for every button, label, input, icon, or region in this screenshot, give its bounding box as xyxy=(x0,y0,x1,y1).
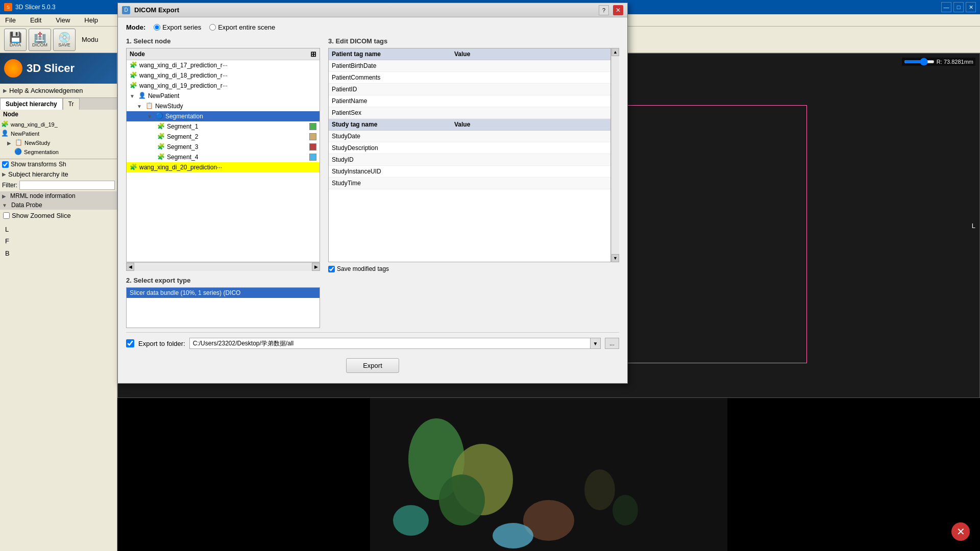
mode-export-series-radio[interactable] xyxy=(154,24,160,31)
tag-row-studydate[interactable]: StudyDate xyxy=(329,131,610,142)
mode-export-series[interactable]: Export series xyxy=(154,23,201,31)
tag-patientsex-name: PatientSex xyxy=(332,109,454,116)
tag-studydate-value xyxy=(454,133,607,140)
tag-studydesc-name: StudyDescription xyxy=(332,144,454,152)
tree-item-wang20[interactable]: 🧩 wang_xing_di_20_prediction··· xyxy=(127,162,320,172)
folder-label: Export to folder: xyxy=(138,340,185,347)
seg1-icon: 🧩 xyxy=(157,122,165,131)
tag-row-studyinstanceuid[interactable]: StudyInstanceUID xyxy=(329,166,610,178)
segmentation-tree-icon: 🔵 xyxy=(156,112,164,120)
tag-comments-value xyxy=(454,74,607,81)
tree-item-wang18[interactable]: 🧩 wang_xing_di_18_prediction_r··· xyxy=(127,70,320,81)
folder-dropdown-button[interactable]: ▼ xyxy=(590,338,600,348)
node-selector[interactable]: Node ⊞ 🧩 wang_xing_di_17_prediction_r···… xyxy=(126,48,320,262)
patient-value-header: Value xyxy=(454,51,607,58)
newpatient-tree-icon: 👤 xyxy=(138,92,146,100)
tag-row-studyid[interactable]: StudyID xyxy=(329,154,610,166)
dialog-icon: D xyxy=(122,6,130,14)
mode-row: Mode: Export series Export entire scene xyxy=(126,23,619,31)
mode-export-scene[interactable]: Export entire scene xyxy=(209,23,275,31)
tree-item-seg1[interactable]: 🧩 Segment_1 xyxy=(127,121,320,132)
dicom-export-dialog: D DICOM Export ? ✕ Mode: Export series E… xyxy=(117,3,628,384)
tag-studytime-name: StudyTime xyxy=(332,180,454,187)
seg2-label: Segment_2 xyxy=(167,133,198,140)
wang20-icon: 🧩 xyxy=(130,163,138,171)
vscroll-track[interactable] xyxy=(611,56,619,254)
grid-icon[interactable]: ⊞ xyxy=(310,50,316,58)
wang19-tree-icon: 🧩 xyxy=(130,82,138,90)
dialog-help-button[interactable]: ? xyxy=(599,5,609,15)
export-type-section: 2. Select export type Slicer data bundle… xyxy=(126,277,320,328)
tags-vscroll[interactable]: ▲ ▼ xyxy=(611,48,619,262)
mode-export-scene-radio[interactable] xyxy=(209,24,216,31)
tag-row-comments[interactable]: PatientComments xyxy=(329,72,610,84)
seg3-color xyxy=(309,143,316,151)
dialog-overlay: D DICOM Export ? ✕ Mode: Export series E… xyxy=(0,0,980,551)
tag-birthdate-value xyxy=(454,62,607,69)
wang18-icon: 🧩 xyxy=(130,71,138,80)
export-type-list[interactable]: Slicer data bundle (10%, 1 series) (DICO xyxy=(126,287,320,328)
tree-item-newstudy[interactable]: ▼ 📋 NewStudy xyxy=(127,101,320,111)
tag-row-birthdate[interactable]: PatientBirthDate xyxy=(329,60,610,72)
newstudy-tree-label: NewStudy xyxy=(155,103,183,110)
tag-comments-name: PatientComments xyxy=(332,74,454,81)
seg2-color xyxy=(309,133,316,140)
newstudy-tree-icon: 📋 xyxy=(145,102,154,110)
dialog-title-bar: D DICOM Export ? ✕ xyxy=(118,3,627,17)
tag-row-studytime[interactable]: StudyTime xyxy=(329,178,610,189)
segmentation-tree-expand: ▼ xyxy=(147,114,152,119)
save-tags-row: Save modified tags xyxy=(328,262,619,276)
two-col: 1. Select node Node ⊞ 🧩 wang_xing_di_17_… xyxy=(126,37,619,328)
node-selector-hscroll[interactable]: ◀ ▶ xyxy=(126,262,320,270)
tree-item-segmentation[interactable]: ▼ 🔵 Segmentation xyxy=(127,111,320,121)
tag-studyid-value xyxy=(454,156,607,163)
seg3-icon: 🧩 xyxy=(157,143,165,151)
dialog-close-button[interactable]: ✕ xyxy=(613,5,623,15)
seg1-color xyxy=(309,123,316,130)
tree-item-seg3[interactable]: 🧩 Segment_3 xyxy=(127,142,320,152)
study-value-header: Value xyxy=(454,121,607,128)
tree-item-wang19[interactable]: 🧩 wang_xing_di_19_prediction_r··· xyxy=(127,81,320,91)
wang17-icon: 🧩 xyxy=(130,61,138,69)
wang18-label: wang_xing_di_18_prediction_r··· xyxy=(139,72,228,79)
tree-item-newpatient[interactable]: ▼ 👤 NewPatient xyxy=(127,91,320,101)
hscroll-left[interactable]: ◀ xyxy=(126,263,134,271)
hscroll-track[interactable] xyxy=(134,263,312,271)
seg1-label: Segment_1 xyxy=(167,123,198,130)
vscroll-down[interactable]: ▼ xyxy=(611,254,619,262)
seg4-icon: 🧩 xyxy=(157,153,165,161)
seg4-label: Segment_4 xyxy=(167,154,198,161)
dicom-tags-table[interactable]: Patient tag name Value PatientBirthDate … xyxy=(328,48,611,262)
patient-header-row: Patient tag name Value xyxy=(329,48,610,60)
export-folder-checkbox[interactable] xyxy=(126,339,134,347)
node-selector-header: Node ⊞ xyxy=(127,48,320,60)
tag-studytime-value xyxy=(454,180,607,187)
mode-export-scene-label: Export entire scene xyxy=(218,23,275,31)
tree-item-wang17[interactable]: 🧩 wang_xing_di_17_prediction_r··· xyxy=(127,60,320,70)
tag-patientid-value xyxy=(454,86,607,93)
folder-row: Export to folder: ▼ ... xyxy=(126,332,619,354)
save-modified-tags-checkbox[interactable] xyxy=(328,266,335,272)
close-circle-button[interactable]: ✕ xyxy=(951,522,970,541)
mode-export-series-label: Export series xyxy=(162,23,201,31)
tag-studyid-name: StudyID xyxy=(332,156,454,163)
newstudy-tree-expand: ▼ xyxy=(137,104,142,109)
tree-item-seg2[interactable]: 🧩 Segment_2 xyxy=(127,132,320,142)
seg3-label: Segment_3 xyxy=(167,143,198,151)
study-header-row: Study tag name Value xyxy=(329,119,610,131)
hscroll-right[interactable]: ▶ xyxy=(312,263,320,271)
tag-row-patientid[interactable]: PatientID xyxy=(329,84,610,95)
tag-row-patientname[interactable]: PatientName xyxy=(329,95,610,107)
tag-patientsex-value xyxy=(454,109,607,116)
export-button[interactable]: Export xyxy=(346,358,399,373)
tag-row-patientsex[interactable]: PatientSex xyxy=(329,107,610,119)
section2-title: 2. Select export type xyxy=(126,277,320,284)
vscroll-up[interactable]: ▲ xyxy=(611,48,619,56)
export-type-slicer[interactable]: Slicer data bundle (10%, 1 series) (DICO xyxy=(127,288,320,298)
tag-row-studydesc[interactable]: StudyDescription xyxy=(329,142,610,154)
folder-browse-button[interactable]: ... xyxy=(605,338,619,349)
wang20-label: wang_xing_di_20_prediction··· xyxy=(139,164,222,171)
tag-studyinstanceuid-name: StudyInstanceUID xyxy=(332,168,454,175)
tree-item-seg4[interactable]: 🧩 Segment_4 xyxy=(127,152,320,162)
folder-path-input[interactable] xyxy=(190,338,590,348)
